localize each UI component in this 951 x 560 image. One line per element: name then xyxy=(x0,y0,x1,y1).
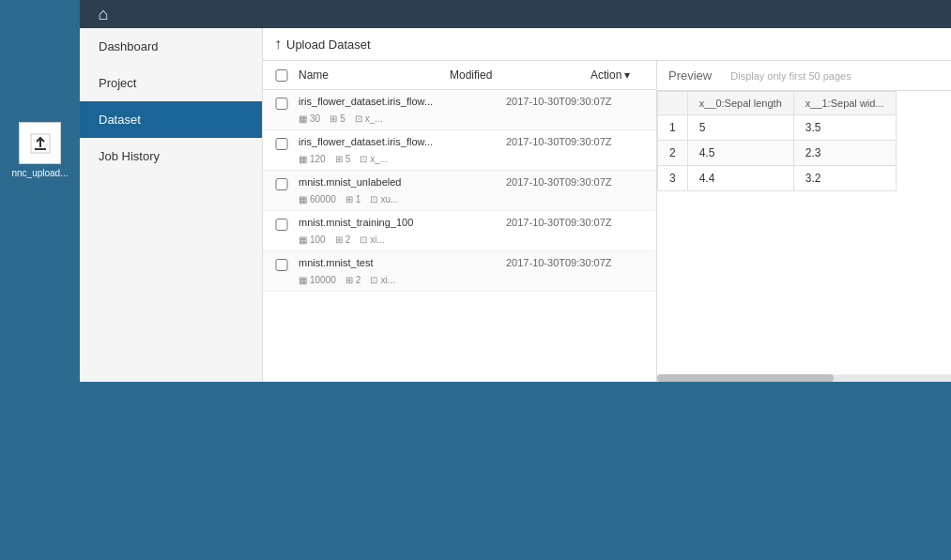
rows-icon-3: ▦ xyxy=(299,235,307,245)
row-meta-cols-3: ⊞ 2 xyxy=(335,235,351,245)
sidebar-item-dashboard[interactable]: Dashboard xyxy=(80,28,262,65)
home-button[interactable]: ⌂ xyxy=(89,0,117,28)
row-name-2[interactable]: mnist.mnist_unlabeled xyxy=(299,176,506,188)
rows-icon-4: ▦ xyxy=(299,275,307,285)
preview-row-0: 1 5 3.5 xyxy=(658,115,897,141)
cols-icon-0: ⊞ xyxy=(330,114,337,124)
row-meta-rows-0: ▦ 30 xyxy=(299,114,320,124)
col-modified-header: Modified xyxy=(450,68,591,82)
row-checkbox-0[interactable] xyxy=(272,98,291,110)
file-icon-4: ⊡ xyxy=(370,275,377,285)
row-name-3[interactable]: mnist.mnist_training_100 xyxy=(299,217,506,228)
table-area: Name Modified Action ▾ iris_flower_d xyxy=(263,61,951,382)
row-meta-rows-3: ▦ 100 xyxy=(299,235,326,245)
row-checkbox-3[interactable] xyxy=(272,219,291,231)
dataset-table: Name Modified Action ▾ iris_flower_d xyxy=(263,61,657,382)
preview-cell-col1-0: 3.5 xyxy=(793,115,896,141)
preview-cell-col0-0: 5 xyxy=(687,115,793,141)
row-meta-file-1: ⊡ x_... xyxy=(360,154,388,164)
row-name-0[interactable]: iris_flower_dataset.iris_flow... xyxy=(299,96,506,107)
preview-col-header-1: x__1:Sepal wid... xyxy=(793,92,896,115)
preview-col-header-idx xyxy=(658,92,688,115)
preview-header: Preview Display only first 50 pages xyxy=(657,61,951,91)
preview-row-1: 2 4.5 2.3 xyxy=(658,141,897,166)
preview-note: Display only first 50 pages xyxy=(730,70,851,82)
table-row: mnist.mnist_unlabeled 2017-10-30T09:30:0… xyxy=(263,171,656,211)
row-meta-file-0: ⊡ x_... xyxy=(355,114,383,124)
table-row: mnist.mnist_test 2017-10-30T09:30:07Z ▦ … xyxy=(263,251,656,292)
row-meta-file-3: ⊡ xi... xyxy=(360,235,385,245)
desktop: ⌂ Dashboard Project Dataset Job History … xyxy=(0,0,951,560)
cols-icon-3: ⊞ xyxy=(335,235,343,245)
toolbar: ↑ Upload Dataset xyxy=(263,28,951,61)
row-checkbox-2[interactable] xyxy=(272,178,291,190)
action-sort-icon: ▾ xyxy=(624,68,630,82)
row-meta-rows-4: ▦ 10000 xyxy=(299,275,336,285)
main-content: Dashboard Project Dataset Job History ↑ … xyxy=(80,28,951,382)
preview-cell-col0-2: 4.4 xyxy=(687,166,793,191)
row-meta-cols-4: ⊞ 2 xyxy=(345,275,361,285)
row-meta-file-4: ⊡ xi... xyxy=(370,275,395,285)
cols-icon-4: ⊞ xyxy=(345,275,353,285)
row-name-1[interactable]: iris_flower_dataset.iris_flow... xyxy=(299,136,506,147)
sidebar-item-project[interactable]: Project xyxy=(80,65,262,101)
home-icon: ⌂ xyxy=(99,5,109,24)
preview-cell-col0-1: 4.5 xyxy=(687,141,793,166)
table-header: Name Modified Action ▾ xyxy=(263,61,656,90)
row-modified-1: 2017-10-30T09:30:07Z xyxy=(506,136,647,147)
desktop-icon-upload[interactable]: nnc_upload... xyxy=(9,122,70,178)
file-icon-0: ⊡ xyxy=(355,114,362,124)
preview-scrollbar-thumb[interactable] xyxy=(657,374,834,382)
preview-cell-idx-1: 2 xyxy=(658,141,688,166)
row-name-4[interactable]: mnist.mnist_test xyxy=(299,257,506,268)
preview-row-2: 3 4.4 3.2 xyxy=(658,166,897,191)
preview-cell-col1-2: 3.2 xyxy=(793,166,896,191)
upload-dataset-button[interactable]: ↑ Upload Dataset xyxy=(274,36,371,53)
preview-table: x__0:Sepal length x__1:Sepal wid... 1 5 … xyxy=(657,91,897,191)
app-window: ⌂ Dashboard Project Dataset Job History … xyxy=(80,0,951,382)
right-pane: ↑ Upload Dataset Name Modified xyxy=(263,28,951,382)
preview-col-header-0: x__0:Sepal length xyxy=(687,92,793,115)
file-icon-3: ⊡ xyxy=(360,235,367,245)
row-checkbox-4[interactable] xyxy=(272,259,291,271)
row-modified-3: 2017-10-30T09:30:07Z xyxy=(506,217,647,228)
desktop-icon-box xyxy=(19,122,61,164)
select-all-checkbox[interactable] xyxy=(272,69,291,82)
preview-scrollbar[interactable] xyxy=(657,374,951,382)
table-row: mnist.mnist_training_100 2017-10-30T09:3… xyxy=(263,211,656,251)
preview-cell-idx-0: 1 xyxy=(658,115,688,141)
sidebar: Dashboard Project Dataset Job History xyxy=(80,28,263,382)
preview-pane: Preview Display only first 50 pages x__0… xyxy=(657,61,951,382)
row-meta-cols-1: ⊞ 5 xyxy=(335,154,351,164)
top-bar: ⌂ xyxy=(80,0,951,28)
col-name-header: Name xyxy=(299,68,450,82)
row-meta-cols-0: ⊞ 5 xyxy=(330,114,345,124)
row-checkbox-1[interactable] xyxy=(272,138,291,150)
upload-label: Upload Dataset xyxy=(286,38,371,52)
rows-icon-0: ▦ xyxy=(299,114,307,124)
sidebar-item-jobhistory[interactable]: Job History xyxy=(80,138,262,174)
table-row: iris_flower_dataset.iris_flow... 2017-10… xyxy=(263,130,656,171)
file-icon-2: ⊡ xyxy=(370,194,377,204)
preview-cell-col1-1: 2.3 xyxy=(793,141,896,166)
upload-arrow-icon: ↑ xyxy=(274,36,282,53)
sidebar-item-dataset[interactable]: Dataset xyxy=(80,101,262,138)
row-meta-rows-2: ▦ 60000 xyxy=(299,194,336,204)
preview-table-wrap[interactable]: x__0:Sepal length x__1:Sepal wid... 1 5 … xyxy=(657,91,951,374)
desktop-icon-label: nnc_upload... xyxy=(11,168,68,178)
row-modified-0: 2017-10-30T09:30:07Z xyxy=(506,96,647,107)
row-modified-4: 2017-10-30T09:30:07Z xyxy=(506,257,647,268)
rows-icon-2: ▦ xyxy=(299,194,307,204)
row-meta-file-2: ⊡ xu... xyxy=(370,194,398,204)
row-meta-rows-1: ▦ 120 xyxy=(299,154,326,164)
cols-icon-1: ⊞ xyxy=(335,154,343,164)
row-meta-cols-2: ⊞ 1 xyxy=(345,194,361,204)
file-icon-1: ⊡ xyxy=(360,154,367,164)
table-row: iris_flower_dataset.iris_flow... 2017-10… xyxy=(263,90,656,130)
rows-icon-1: ▦ xyxy=(299,154,307,164)
col-action-header: Action ▾ xyxy=(591,68,647,82)
upload-file-icon xyxy=(27,130,54,157)
row-modified-2: 2017-10-30T09:30:07Z xyxy=(506,176,647,188)
preview-cell-idx-2: 3 xyxy=(658,166,688,191)
preview-title: Preview xyxy=(668,68,712,83)
